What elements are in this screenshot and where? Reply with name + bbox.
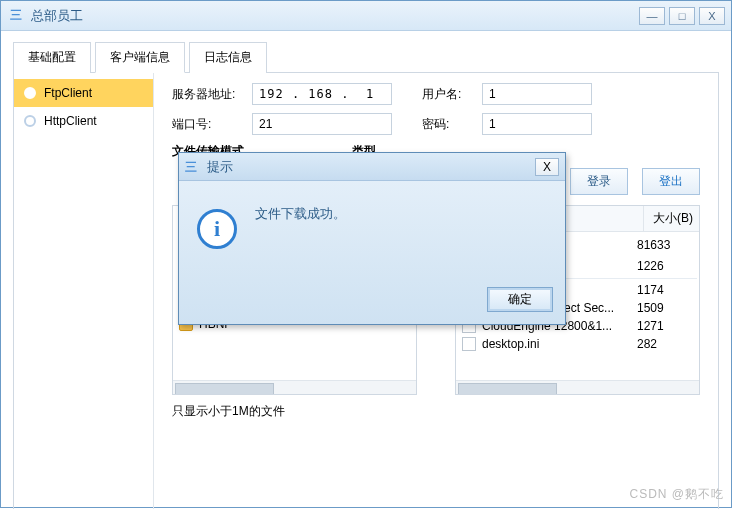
- sidebar-item-label: FtpClient: [44, 86, 92, 100]
- scrollbar[interactable]: [456, 380, 699, 394]
- logout-button[interactable]: 登出: [642, 168, 700, 195]
- footer-note: 只显示小于1M的文件: [172, 403, 700, 420]
- table-row: desktop.ini282: [458, 335, 697, 353]
- tab-basic-config[interactable]: 基础配置: [13, 42, 91, 73]
- dialog-ok-button[interactable]: 确定: [487, 287, 553, 312]
- client-sidebar: FtpClient HttpClient: [14, 73, 154, 509]
- port-label: 端口号:: [172, 116, 252, 133]
- sidebar-item-label: HttpClient: [44, 114, 97, 128]
- sidebar-item-httpclient[interactable]: HttpClient: [14, 107, 153, 135]
- pass-label: 密码:: [422, 116, 482, 133]
- file-icon: [462, 337, 476, 351]
- window-title: 总部员工: [31, 7, 639, 25]
- tab-log-info[interactable]: 日志信息: [189, 42, 267, 73]
- radio-icon: [24, 87, 36, 99]
- watermark: CSDN @鹅不吃: [629, 486, 724, 503]
- radio-icon: [24, 115, 36, 127]
- dialog-close-button[interactable]: X: [535, 158, 559, 176]
- dialog-logo-icon: 三: [185, 159, 201, 175]
- info-icon: i: [197, 209, 237, 249]
- tab-bar: 基础配置 客户端信息 日志信息: [13, 41, 719, 73]
- user-input[interactable]: [482, 83, 592, 105]
- app-logo-icon: 三: [7, 7, 25, 25]
- maximize-button[interactable]: □: [669, 7, 695, 25]
- minimize-button[interactable]: —: [639, 7, 665, 25]
- tab-client-info[interactable]: 客户端信息: [95, 42, 185, 73]
- login-button[interactable]: 登录: [570, 168, 628, 195]
- dialog-title: 提示: [207, 158, 535, 176]
- sidebar-item-ftpclient[interactable]: FtpClient: [14, 79, 153, 107]
- title-bar[interactable]: 三 总部员工 — □ X: [1, 1, 731, 31]
- pass-input[interactable]: [482, 113, 592, 135]
- info-dialog: 三 提示 X i 文件下载成功。 确定: [178, 152, 566, 325]
- server-label: 服务器地址:: [172, 86, 252, 103]
- user-label: 用户名:: [422, 86, 482, 103]
- dialog-title-bar[interactable]: 三 提示 X: [179, 153, 565, 181]
- dialog-message: 文件下载成功。: [255, 199, 346, 223]
- close-button[interactable]: X: [699, 7, 725, 25]
- size-header[interactable]: 大小(B): [643, 206, 699, 231]
- server-input[interactable]: [252, 83, 392, 105]
- port-input[interactable]: [252, 113, 392, 135]
- scrollbar[interactable]: [173, 380, 416, 394]
